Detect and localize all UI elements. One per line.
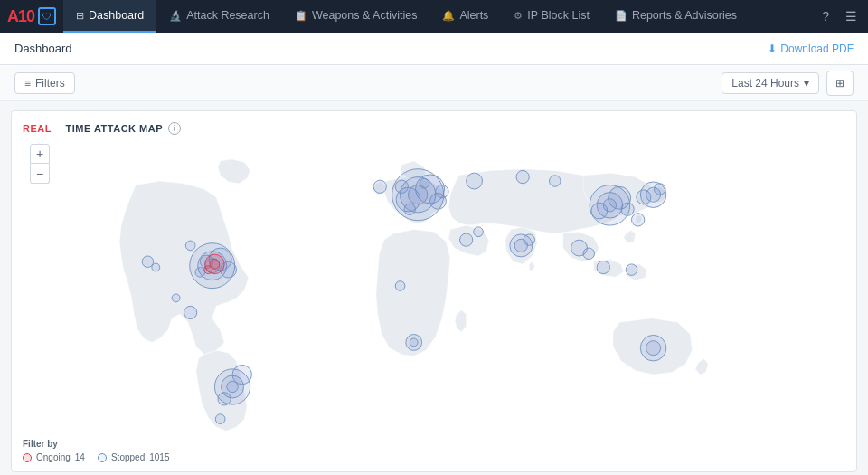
- svg-point-30: [550, 176, 561, 186]
- navbar: A10 🛡 ⊞ Dashboard 🔬 Attack Research 📋 We…: [0, 0, 868, 33]
- legend-item-ongoing: Ongoing 14: [23, 452, 85, 462]
- nav-item-reports-advisories-label: Reports & Advisories: [632, 9, 737, 22]
- svg-point-35: [591, 203, 608, 219]
- svg-point-36: [621, 203, 634, 215]
- svg-point-14: [232, 365, 251, 384]
- nav-item-attack-research[interactable]: 🔬 Attack Research: [156, 0, 282, 33]
- nav-item-reports-advisories[interactable]: 📄 Reports & Advisories: [602, 0, 750, 33]
- nav-item-ip-block-list-label: IP Block List: [527, 9, 590, 22]
- stopped-dot: [98, 453, 107, 462]
- ongoing-count: 14: [75, 452, 85, 462]
- zoom-out-button[interactable]: −: [30, 164, 50, 184]
- grid-view-button[interactable]: ⊞: [826, 71, 854, 96]
- ip-block-list-icon: ⚙: [514, 10, 523, 22]
- svg-point-55: [632, 214, 645, 226]
- nav-item-ip-block-list[interactable]: ⚙ IP Block List: [501, 0, 602, 33]
- svg-point-59: [204, 266, 212, 274]
- nav-right: ? ☰: [818, 5, 861, 27]
- map-title-rest: TIME ATTACK MAP: [66, 123, 164, 134]
- svg-point-10: [172, 294, 180, 302]
- map-legend: Filter by Ongoing 14 Stopped 1015: [23, 439, 169, 462]
- download-pdf-button[interactable]: ⬇ Download PDF: [768, 43, 854, 55]
- svg-point-24: [436, 185, 448, 198]
- map-title: REAL TIME ATTACK MAP i: [23, 122, 845, 135]
- svg-point-28: [467, 173, 483, 189]
- time-selector[interactable]: Last 24 Hours ▾: [722, 72, 819, 94]
- subheader-left: Dashboard: [14, 42, 72, 55]
- stopped-label: Stopped: [111, 452, 145, 462]
- svg-point-39: [654, 184, 665, 195]
- nav-item-alerts-label: Alerts: [459, 9, 488, 22]
- map-title-real: REAL: [23, 123, 52, 134]
- svg-point-9: [185, 241, 195, 251]
- filters-button[interactable]: ≡ Filters: [14, 72, 75, 94]
- svg-point-45: [583, 248, 594, 259]
- nav-item-dashboard[interactable]: ⊞ Dashboard: [63, 0, 156, 33]
- nav-items: ⊞ Dashboard 🔬 Attack Research 📋 Weapons …: [63, 0, 818, 33]
- download-icon: ⬇: [768, 43, 777, 55]
- reports-advisories-icon: 📄: [615, 10, 627, 22]
- svg-point-25: [404, 204, 415, 214]
- svg-point-43: [524, 234, 534, 245]
- nav-item-alerts[interactable]: 🔔 Alerts: [429, 0, 501, 33]
- svg-point-47: [474, 227, 484, 237]
- logo-shield-icon: 🛡: [38, 7, 56, 25]
- chevron-down-icon: ▾: [804, 77, 809, 90]
- svg-point-40: [637, 190, 651, 204]
- world-map: .land { fill: #e8ecf0; stroke: #fff; str…: [12, 137, 856, 435]
- help-icon[interactable]: ?: [818, 5, 833, 27]
- zoom-in-button[interactable]: +: [30, 144, 50, 164]
- svg-point-46: [460, 233, 473, 246]
- map-zoom-controls: + −: [30, 144, 50, 184]
- toolbar: ≡ Filters Last 24 Hours ▾ ⊞: [0, 65, 868, 101]
- svg-point-29: [516, 170, 529, 183]
- svg-point-49: [410, 338, 418, 347]
- ongoing-label: Ongoing: [36, 452, 71, 462]
- svg-point-27: [373, 180, 386, 193]
- toolbar-right: Last 24 Hours ▾ ⊞: [722, 71, 854, 96]
- legend-title: Filter by: [23, 439, 169, 449]
- nav-item-attack-research-label: Attack Research: [186, 9, 269, 22]
- svg-point-54: [626, 264, 637, 275]
- download-pdf-label: Download PDF: [780, 43, 854, 55]
- nav-item-weapons-activities-label: Weapons & Activities: [312, 9, 418, 22]
- svg-point-50: [395, 281, 405, 291]
- logo-text: A10: [7, 7, 34, 26]
- svg-point-8: [152, 263, 160, 271]
- time-selector-label: Last 24 Hours: [731, 77, 799, 90]
- svg-point-53: [597, 261, 609, 273]
- subheader: Dashboard ⬇ Download PDF: [0, 33, 868, 65]
- svg-point-16: [215, 414, 225, 424]
- svg-point-26: [420, 178, 429, 188]
- svg-point-23: [395, 180, 408, 193]
- svg-point-6: [195, 267, 205, 277]
- nav-item-dashboard-label: Dashboard: [89, 9, 144, 22]
- svg-point-15: [218, 393, 231, 405]
- info-icon[interactable]: i: [168, 122, 181, 135]
- svg-point-7: [142, 256, 153, 267]
- stopped-count: 1015: [149, 452, 169, 462]
- toolbar-left: ≡ Filters: [14, 72, 75, 94]
- map-container: REAL TIME ATTACK MAP i + − .land { fill:…: [11, 110, 857, 472]
- legend-items: Ongoing 14 Stopped 1015: [23, 452, 169, 462]
- grid-icon: ⊞: [835, 77, 844, 90]
- logo: A10 🛡: [7, 7, 56, 26]
- svg-point-56: [184, 306, 197, 318]
- weapons-activities-icon: 📋: [295, 10, 307, 22]
- ongoing-dot: [23, 453, 32, 462]
- filters-label: Filters: [35, 77, 65, 90]
- subheader-right: ⬇ Download PDF: [768, 43, 854, 55]
- attack-research-icon: 🔬: [169, 10, 182, 22]
- dashboard-icon: ⊞: [76, 10, 84, 22]
- legend-item-stopped: Stopped 1015: [98, 452, 170, 462]
- page-title: Dashboard: [14, 42, 72, 55]
- menu-icon[interactable]: ☰: [842, 5, 861, 27]
- alerts-icon: 🔔: [442, 10, 455, 22]
- filter-icon: ≡: [24, 77, 31, 90]
- nav-item-weapons-activities[interactable]: 📋 Weapons & Activities: [282, 0, 430, 33]
- svg-point-52: [646, 341, 661, 356]
